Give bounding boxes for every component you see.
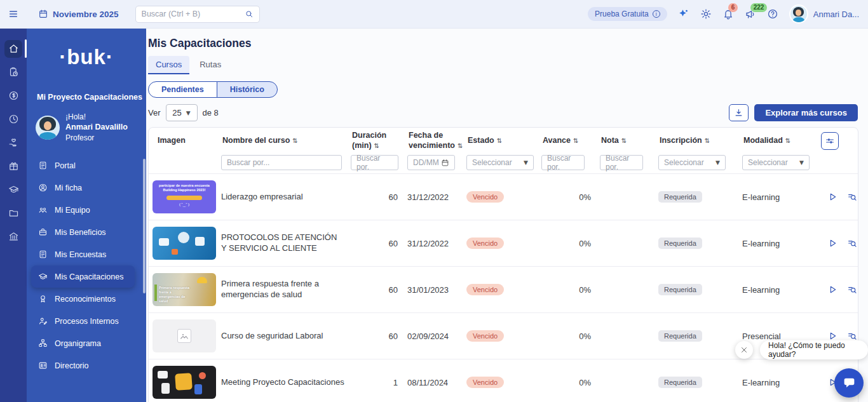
column-header-modalidad[interactable]: Modalidad⇅ (742, 136, 818, 146)
rail-item-training[interactable] (0, 178, 27, 201)
column-header-avance[interactable]: Avance⇅ (541, 136, 600, 146)
toggle-historico[interactable]: Histórico (217, 81, 278, 98)
user-menu[interactable]: Anmari Da... (789, 4, 859, 23)
column-header-estado[interactable]: Estado⇅ (466, 136, 541, 146)
view-details-button[interactable] (847, 285, 857, 295)
sliders-icon (825, 136, 835, 146)
course-duration: 60 (351, 285, 407, 295)
grad-cap-icon (38, 272, 48, 281)
filter-modalidad[interactable]: Seleccionar▼ (742, 155, 810, 170)
due-date: 02/09/2024 (407, 332, 466, 341)
sidebar-item-procesos-internos[interactable]: Procesos Internos (27, 310, 146, 332)
rail-item-benefits[interactable] (0, 154, 27, 178)
sidebar-item-portal[interactable]: Portal (27, 154, 146, 177)
sidebar-item-organigrama[interactable]: Organigrama (27, 332, 146, 354)
rail-item-tasks[interactable] (0, 60, 27, 84)
sort-icon[interactable]: ⇅ (292, 137, 297, 144)
course-thumbnail: participar de nuestra encuesta Building … (153, 180, 216, 213)
rail-item-documents[interactable] (0, 201, 27, 225)
settings-icon[interactable] (700, 8, 712, 20)
ai-sparkle-icon[interactable] (678, 8, 689, 20)
tab-rutas[interactable]: Rutas (192, 56, 229, 74)
chat-launcher-button[interactable] (834, 368, 864, 398)
filter-duracion-min-[interactable]: Buscar por. (351, 155, 398, 170)
sidebar-item-mis-beneficios[interactable]: Mis Beneficios (27, 221, 146, 243)
play-button[interactable] (827, 238, 837, 248)
greeting: ¡Hola! (65, 112, 128, 122)
due-date: 31/01/2023 (407, 285, 466, 295)
explore-courses-button[interactable]: Explorar más cursos (754, 104, 858, 121)
page-title: Mis Capacitaciones (148, 37, 858, 50)
trial-badge[interactable]: Prueba Gratuita i (588, 7, 667, 21)
filter-avance[interactable]: Buscar por. (541, 155, 585, 170)
menu-button[interactable] (0, 9, 27, 19)
chat-dismiss-button[interactable] (735, 341, 753, 359)
status-badge: Vencido (466, 377, 504, 388)
sidebar-item-directorio[interactable]: Directorio (27, 354, 146, 377)
rail-item-time[interactable] (0, 107, 27, 131)
filter-inscripcion[interactable]: Seleccionar▼ (658, 155, 726, 170)
download-button[interactable] (729, 104, 749, 121)
play-button[interactable] (827, 331, 837, 341)
rail-item-payments[interactable] (0, 84, 27, 107)
sort-icon[interactable]: ⇅ (374, 142, 379, 149)
sort-icon[interactable]: ⇅ (705, 137, 710, 144)
chevron-down-icon: ▼ (524, 159, 528, 166)
column-header-nota[interactable]: Nota⇅ (600, 136, 658, 146)
rail-item-wellness[interactable] (0, 131, 27, 154)
chat-greeting-bubble[interactable]: Hola! ¿Cómo te puedo ayudar? (760, 340, 868, 359)
column-settings-button[interactable] (821, 132, 839, 150)
toggle-pendientes[interactable]: Pendientes (148, 81, 217, 98)
sidebar-item-reconocimientos[interactable]: Reconocimientos (27, 288, 146, 310)
column-header-duracion-min-[interactable]: Duración (min)⇅ (351, 131, 407, 151)
sidebar-item-mi-ficha[interactable]: Mi ficha (27, 177, 146, 199)
tab-cursos[interactable]: Cursos (148, 56, 189, 74)
sort-icon[interactable]: ⇅ (785, 137, 790, 144)
sidebar-menu: PortalMi fichaMi EquipoMis BeneficiosMis… (27, 154, 146, 377)
rail-item-organization[interactable] (0, 225, 27, 248)
modality-value: Presencial (742, 332, 818, 341)
sort-icon[interactable]: ⇅ (621, 137, 627, 144)
enrollment-badge: Requerida (658, 284, 702, 295)
period-selector[interactable]: Noviembre 2025 (38, 9, 119, 19)
user-circle-icon (38, 183, 48, 192)
rail-item-home[interactable] (0, 37, 27, 60)
column-header-inscripcion[interactable]: Inscripción⇅ (658, 136, 742, 146)
chat-bubble-icon (843, 377, 856, 390)
column-header-nombre-del-curso[interactable]: Nombre del curso⇅ (221, 136, 351, 146)
announcements-button[interactable]: 222 (745, 8, 756, 20)
period-label: Noviembre 2025 (53, 10, 119, 19)
filter-estado[interactable]: Seleccionar▼ (466, 155, 534, 170)
table-row: PROTOCOLOS DE ATENCIÓN Y SERVICIO AL CLI… (149, 220, 858, 266)
sidebar-item-label: Mi ficha (55, 184, 82, 192)
project-name: Mi Proyecto Capacitaciones (37, 93, 146, 102)
course-name: Curso de seguridad Laboral (221, 331, 351, 342)
sidebar-avatar (36, 116, 60, 140)
filter-fecha-de-vencimiento[interactable]: DD/MM (407, 155, 455, 170)
sort-icon[interactable]: ⇅ (573, 137, 578, 144)
sidebar-scrollbar[interactable] (143, 159, 146, 293)
sort-icon[interactable]: ⇅ (497, 137, 502, 144)
course-name: Meeting Proyecto Capacitaciones (221, 377, 351, 388)
help-icon[interactable] (767, 8, 778, 20)
course-duration: 60 (351, 332, 407, 341)
course-thumbnail: Primera respuesta frente a emergencias d… (153, 273, 216, 306)
view-details-button[interactable] (847, 238, 857, 248)
column-header-fecha-de-vencimiento[interactable]: Fecha de vencimiento⇅ (407, 131, 466, 151)
sidebar-item-mi-equipo[interactable]: Mi Equipo (27, 199, 146, 221)
play-button[interactable] (827, 192, 837, 202)
global-search-input[interactable]: Buscar (Ctrl + B) (135, 6, 260, 23)
folder-icon (8, 208, 19, 218)
sidebar-item-mis-encuestas[interactable]: Mis Encuestas (27, 243, 146, 265)
per-page-select[interactable]: 25 ▼ (166, 104, 198, 121)
view-details-button[interactable] (847, 192, 857, 202)
topbar: Noviembre 2025 Buscar (Ctrl + B) Prueba … (0, 0, 868, 29)
sidebar: ·buk· Mi Proyecto Capacitaciones ¡Hola! … (27, 29, 146, 402)
play-button[interactable] (827, 285, 837, 295)
notifications-button[interactable]: 6 (722, 8, 734, 20)
sort-icon[interactable]: ⇅ (458, 142, 463, 149)
view-details-button[interactable] (847, 331, 857, 341)
filter-nota[interactable]: Buscar por. (600, 155, 643, 170)
filter-nombre-del-curso[interactable]: Buscar por... (221, 155, 342, 170)
sidebar-item-mis-capacitaciones[interactable]: Mis Capacitaciones (31, 265, 135, 288)
